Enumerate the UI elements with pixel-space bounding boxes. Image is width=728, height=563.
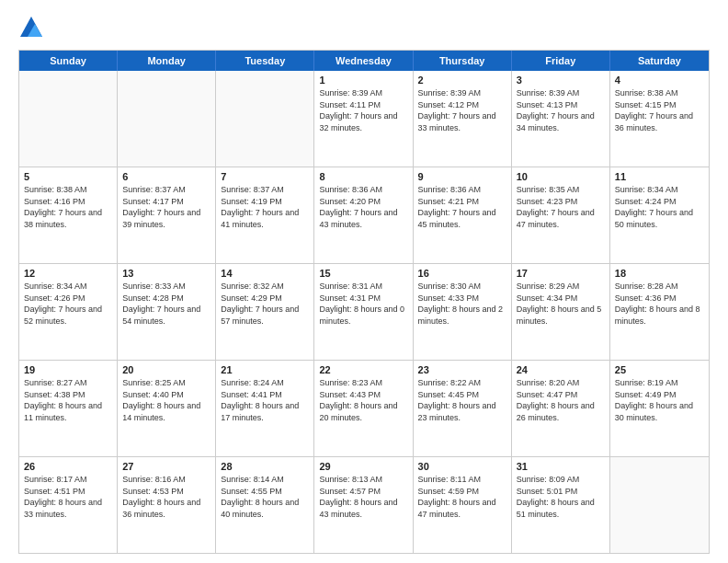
- cell-info: Sunrise: 8:19 AM Sunset: 4:49 PM Dayligh…: [615, 377, 704, 423]
- calendar-cell: 26Sunrise: 8:17 AM Sunset: 4:51 PM Dayli…: [19, 457, 118, 553]
- calendar-cell: 31Sunrise: 8:09 AM Sunset: 5:01 PM Dayli…: [512, 457, 610, 553]
- calendar-cell: 10Sunrise: 8:35 AM Sunset: 4:23 PM Dayli…: [512, 167, 610, 263]
- weekday-header: Saturday: [610, 51, 709, 71]
- day-number: 3: [517, 75, 605, 86]
- calendar-cell: 16Sunrise: 8:30 AM Sunset: 4:33 PM Dayli…: [414, 264, 512, 360]
- calendar-header: SundayMondayTuesdayWednesdayThursdayFrid…: [19, 51, 709, 71]
- cell-info: Sunrise: 8:39 AM Sunset: 4:11 PM Dayligh…: [319, 87, 407, 133]
- cell-info: Sunrise: 8:39 AM Sunset: 4:13 PM Dayligh…: [517, 87, 605, 133]
- day-number: 31: [517, 461, 605, 472]
- day-number: 6: [122, 171, 210, 182]
- logo-icon: [18, 15, 44, 40]
- day-number: 10: [517, 171, 605, 182]
- cell-info: Sunrise: 8:27 AM Sunset: 4:38 PM Dayligh…: [24, 377, 112, 423]
- calendar-cell: 1Sunrise: 8:39 AM Sunset: 4:11 PM Daylig…: [314, 71, 413, 167]
- cell-info: Sunrise: 8:34 AM Sunset: 4:24 PM Dayligh…: [615, 184, 704, 230]
- day-number: 5: [24, 171, 112, 182]
- day-number: 2: [418, 75, 506, 86]
- cell-info: Sunrise: 8:36 AM Sunset: 4:20 PM Dayligh…: [319, 184, 407, 230]
- cell-info: Sunrise: 8:20 AM Sunset: 4:47 PM Dayligh…: [517, 377, 605, 423]
- calendar-row: 12Sunrise: 8:34 AM Sunset: 4:26 PM Dayli…: [19, 263, 709, 360]
- cell-info: Sunrise: 8:13 AM Sunset: 4:57 PM Dayligh…: [319, 474, 407, 520]
- calendar-cell: [216, 71, 314, 167]
- calendar-cell: 30Sunrise: 8:11 AM Sunset: 4:59 PM Dayli…: [414, 457, 512, 553]
- calendar-cell: 21Sunrise: 8:24 AM Sunset: 4:41 PM Dayli…: [216, 361, 314, 456]
- cell-info: Sunrise: 8:36 AM Sunset: 4:21 PM Dayligh…: [418, 184, 506, 230]
- calendar-cell: 24Sunrise: 8:20 AM Sunset: 4:47 PM Dayli…: [512, 361, 610, 456]
- day-number: 17: [517, 268, 605, 279]
- calendar-cell: [610, 457, 709, 553]
- cell-info: Sunrise: 8:17 AM Sunset: 4:51 PM Dayligh…: [24, 474, 112, 520]
- calendar-cell: 12Sunrise: 8:34 AM Sunset: 4:26 PM Dayli…: [19, 264, 118, 360]
- calendar-cell: [118, 71, 216, 167]
- day-number: 20: [122, 364, 210, 375]
- cell-info: Sunrise: 8:11 AM Sunset: 4:59 PM Dayligh…: [418, 474, 506, 520]
- day-number: 18: [615, 268, 704, 279]
- calendar-cell: 2Sunrise: 8:39 AM Sunset: 4:12 PM Daylig…: [414, 71, 512, 167]
- calendar-cell: 6Sunrise: 8:37 AM Sunset: 4:17 PM Daylig…: [118, 167, 216, 263]
- cell-info: Sunrise: 8:37 AM Sunset: 4:17 PM Dayligh…: [122, 184, 210, 230]
- cell-info: Sunrise: 8:16 AM Sunset: 4:53 PM Dayligh…: [122, 474, 210, 520]
- calendar-row: 19Sunrise: 8:27 AM Sunset: 4:38 PM Dayli…: [19, 360, 709, 456]
- cell-info: Sunrise: 8:33 AM Sunset: 4:28 PM Dayligh…: [122, 281, 210, 327]
- weekday-header: Wednesday: [314, 51, 413, 71]
- calendar-row: 1Sunrise: 8:39 AM Sunset: 4:11 PM Daylig…: [19, 71, 709, 167]
- day-number: 21: [221, 364, 309, 375]
- day-number: 23: [418, 364, 506, 375]
- cell-info: Sunrise: 8:23 AM Sunset: 4:43 PM Dayligh…: [319, 377, 407, 423]
- cell-info: Sunrise: 8:09 AM Sunset: 5:01 PM Dayligh…: [517, 474, 605, 520]
- calendar-cell: 25Sunrise: 8:19 AM Sunset: 4:49 PM Dayli…: [610, 361, 709, 456]
- day-number: 16: [418, 268, 506, 279]
- day-number: 13: [122, 268, 210, 279]
- cell-info: Sunrise: 8:29 AM Sunset: 4:34 PM Dayligh…: [517, 281, 605, 327]
- day-number: 25: [615, 364, 704, 375]
- cell-info: Sunrise: 8:37 AM Sunset: 4:19 PM Dayligh…: [221, 184, 309, 230]
- cell-info: Sunrise: 8:35 AM Sunset: 4:23 PM Dayligh…: [517, 184, 605, 230]
- day-number: 30: [418, 461, 506, 472]
- calendar-cell: 22Sunrise: 8:23 AM Sunset: 4:43 PM Dayli…: [314, 361, 413, 456]
- calendar-cell: 28Sunrise: 8:14 AM Sunset: 4:55 PM Dayli…: [216, 457, 314, 553]
- day-number: 29: [319, 461, 407, 472]
- calendar-row: 26Sunrise: 8:17 AM Sunset: 4:51 PM Dayli…: [19, 456, 709, 553]
- calendar-cell: 29Sunrise: 8:13 AM Sunset: 4:57 PM Dayli…: [314, 457, 413, 553]
- calendar: SundayMondayTuesdayWednesdayThursdayFrid…: [18, 50, 710, 554]
- calendar-cell: 17Sunrise: 8:29 AM Sunset: 4:34 PM Dayli…: [512, 264, 610, 360]
- calendar-cell: 3Sunrise: 8:39 AM Sunset: 4:13 PM Daylig…: [512, 71, 610, 167]
- calendar-cell: 15Sunrise: 8:31 AM Sunset: 4:31 PM Dayli…: [314, 264, 413, 360]
- calendar-cell: 13Sunrise: 8:33 AM Sunset: 4:28 PM Dayli…: [118, 264, 216, 360]
- calendar-cell: 5Sunrise: 8:38 AM Sunset: 4:16 PM Daylig…: [19, 167, 118, 263]
- day-number: 1: [319, 75, 407, 86]
- day-number: 7: [221, 171, 309, 182]
- calendar-cell: 8Sunrise: 8:36 AM Sunset: 4:20 PM Daylig…: [314, 167, 413, 263]
- calendar-cell: 9Sunrise: 8:36 AM Sunset: 4:21 PM Daylig…: [414, 167, 512, 263]
- day-number: 11: [615, 171, 704, 182]
- calendar-cell: 19Sunrise: 8:27 AM Sunset: 4:38 PM Dayli…: [19, 361, 118, 456]
- page-header: [18, 15, 710, 40]
- logo: [18, 15, 48, 40]
- cell-info: Sunrise: 8:24 AM Sunset: 4:41 PM Dayligh…: [221, 377, 309, 423]
- weekday-header: Sunday: [19, 51, 118, 71]
- calendar-cell: 4Sunrise: 8:38 AM Sunset: 4:15 PM Daylig…: [610, 71, 709, 167]
- day-number: 12: [24, 268, 112, 279]
- weekday-header: Friday: [512, 51, 610, 71]
- calendar-cell: 20Sunrise: 8:25 AM Sunset: 4:40 PM Dayli…: [118, 361, 216, 456]
- calendar-cell: 23Sunrise: 8:22 AM Sunset: 4:45 PM Dayli…: [414, 361, 512, 456]
- cell-info: Sunrise: 8:28 AM Sunset: 4:36 PM Dayligh…: [615, 281, 704, 327]
- weekday-header: Tuesday: [216, 51, 314, 71]
- cell-info: Sunrise: 8:38 AM Sunset: 4:15 PM Dayligh…: [615, 87, 704, 133]
- cell-info: Sunrise: 8:31 AM Sunset: 4:31 PM Dayligh…: [319, 281, 407, 327]
- calendar-cell: 14Sunrise: 8:32 AM Sunset: 4:29 PM Dayli…: [216, 264, 314, 360]
- day-number: 8: [319, 171, 407, 182]
- calendar-cell: 18Sunrise: 8:28 AM Sunset: 4:36 PM Dayli…: [610, 264, 709, 360]
- weekday-header: Monday: [118, 51, 216, 71]
- cell-info: Sunrise: 8:38 AM Sunset: 4:16 PM Dayligh…: [24, 184, 112, 230]
- cell-info: Sunrise: 8:25 AM Sunset: 4:40 PM Dayligh…: [122, 377, 210, 423]
- calendar-cell: 7Sunrise: 8:37 AM Sunset: 4:19 PM Daylig…: [216, 167, 314, 263]
- cell-info: Sunrise: 8:22 AM Sunset: 4:45 PM Dayligh…: [418, 377, 506, 423]
- day-number: 22: [319, 364, 407, 375]
- cell-info: Sunrise: 8:39 AM Sunset: 4:12 PM Dayligh…: [418, 87, 506, 133]
- day-number: 28: [221, 461, 309, 472]
- cell-info: Sunrise: 8:32 AM Sunset: 4:29 PM Dayligh…: [221, 281, 309, 327]
- cell-info: Sunrise: 8:30 AM Sunset: 4:33 PM Dayligh…: [418, 281, 506, 327]
- weekday-header: Thursday: [414, 51, 512, 71]
